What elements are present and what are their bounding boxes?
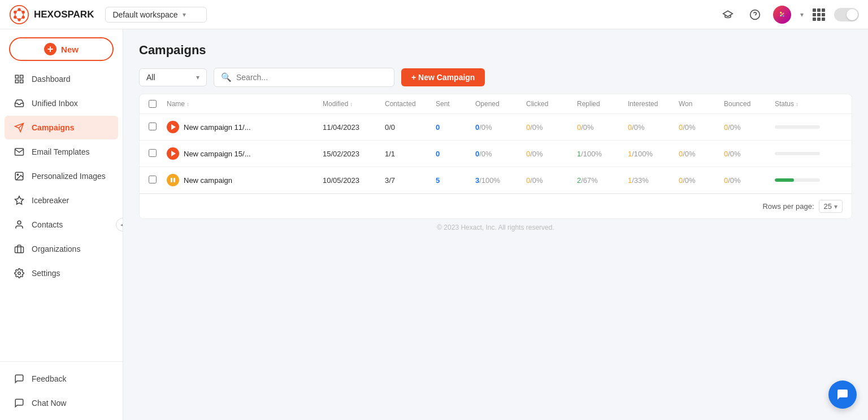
new-campaign-label: + New Campaign (411, 73, 475, 82)
top-navigation: HEXOSPARK Default workspace ▾ (0, 0, 868, 29)
campaign-name: New campaign (184, 176, 232, 185)
replied: 2/67% (577, 176, 628, 185)
sidebar-nav: Dashboard Unified Inbox Campaigns (0, 67, 123, 286)
modified-date: 15/02/2023 (323, 150, 385, 158)
settings-icon (14, 268, 25, 279)
sidebar-item-label: Organizations (32, 244, 80, 253)
sidebar-item-chat-now[interactable]: Chat Now (5, 391, 118, 415)
campaigns-icon (14, 122, 25, 133)
dashboard-icon (14, 73, 25, 85)
avatar[interactable] (773, 6, 791, 24)
table-row[interactable]: New campaign 11/... 11/04/2023 0/0 0 0/0… (140, 114, 852, 141)
sidebar-item-settings[interactable]: Settings (5, 261, 118, 285)
modified-date: 10/05/2023 (323, 176, 385, 185)
clicked: 0/0% (526, 176, 577, 185)
svg-point-17 (780, 15, 782, 16)
app-name: HEXOSPARK (34, 9, 94, 20)
search-input[interactable] (236, 73, 387, 82)
status-progress (775, 125, 843, 129)
svg-rect-20 (15, 75, 18, 78)
email-templates-icon (14, 146, 25, 158)
svg-point-25 (17, 174, 18, 175)
sidebar-item-label: Settings (32, 269, 60, 278)
header-bounced: Bounced (724, 100, 775, 108)
sidebar-item-label: Campaigns (32, 123, 74, 132)
row-checkbox[interactable] (149, 176, 157, 183)
sidebar-item-label: Unified Inbox (32, 99, 78, 108)
table-footer: Rows per page: 25 ▾ (140, 194, 852, 218)
filter-dropdown[interactable]: All ▾ (139, 68, 207, 86)
interested: 0/0% (628, 123, 679, 132)
sidebar-item-personalized-images[interactable]: Personalized Images (5, 164, 118, 188)
header-modified[interactable]: Modified ↕ (323, 100, 385, 108)
rows-per-page-label: Rows per page: (762, 202, 814, 211)
won: 0/0% (679, 150, 724, 158)
svg-point-18 (783, 15, 784, 16)
campaign-name: New campaign 11/... (184, 123, 251, 132)
table-row[interactable]: New campaign 15/... 15/02/2023 1/1 0 0/0… (140, 141, 852, 167)
table-header: Name ↕ Modified ↕ Contacted Sent Opened … (140, 94, 852, 114)
help-circle-icon[interactable] (746, 6, 764, 24)
campaign-name-col: New campaign 11/... (167, 121, 323, 133)
header-status[interactable]: Status ↕ (775, 100, 843, 108)
workspace-selector[interactable]: Default workspace ▾ (105, 7, 207, 23)
table-row[interactable]: New campaign 10/05/2023 3/7 5 3/100% 0/0… (140, 167, 852, 194)
svg-point-29 (18, 272, 21, 275)
sent: 0 (436, 150, 475, 158)
sidebar-item-organizations[interactable]: Organizations (5, 237, 118, 261)
campaign-name-col: New campaign (167, 174, 323, 186)
bounced: 0/0% (724, 150, 775, 158)
organizations-icon (14, 243, 25, 255)
toolbar: All ▾ 🔍 + New Campaign (139, 68, 852, 87)
sidebar-item-dashboard[interactable]: Dashboard (5, 67, 118, 91)
grid-apps-icon[interactable] (813, 8, 825, 21)
page-footer: © 2023 Hexact, Inc. All rights reserved. (139, 219, 852, 236)
pause-status-icon (167, 174, 179, 186)
chat-now-label: Chat Now (32, 399, 66, 408)
chat-now-float-button[interactable] (828, 380, 857, 409)
rows-per-page-selector[interactable]: 25 ▾ (819, 200, 843, 213)
graduation-cap-icon[interactable] (719, 6, 737, 24)
status-progress (775, 152, 843, 155)
select-all-checkbox[interactable] (149, 100, 157, 108)
search-icon: 🔍 (221, 72, 232, 82)
sort-icon: ↕ (350, 101, 353, 107)
rows-per-page-value: 25 (824, 202, 832, 211)
header-name[interactable]: Name ↕ (167, 100, 323, 108)
new-button[interactable]: + New (9, 37, 114, 61)
header-clicked: Clicked (526, 100, 577, 108)
header-contacted: Contacted (385, 100, 436, 108)
svg-point-15 (780, 11, 782, 13)
avatar-chevron-icon[interactable]: ▾ (800, 11, 804, 19)
row-checkbox[interactable] (149, 123, 157, 130)
main-content: Campaigns All ▾ 🔍 + New Campaign N (123, 29, 868, 420)
new-campaign-button[interactable]: + New Campaign (401, 68, 485, 86)
sidebar-item-contacts[interactable]: Contacts (5, 213, 118, 237)
sidebar-item-icebreaker[interactable]: Icebreaker (5, 189, 118, 212)
workspace-label: Default workspace (112, 10, 177, 19)
row-checkbox[interactable] (149, 149, 157, 157)
replied: 0/0% (577, 123, 628, 132)
svg-rect-22 (15, 80, 18, 83)
contacted: 0/0 (385, 123, 436, 132)
theme-toggle[interactable] (834, 8, 859, 21)
sidebar-item-email-templates[interactable]: Email Templates (5, 140, 118, 164)
header-interested: Interested (628, 100, 679, 108)
clicked: 0/0% (526, 123, 577, 132)
won: 0/0% (679, 176, 724, 185)
svg-rect-28 (15, 247, 24, 253)
sidebar-item-feedback[interactable]: Feedback (5, 367, 118, 391)
inbox-icon (14, 98, 25, 109)
chevron-down-icon: ▾ (183, 11, 186, 19)
svg-point-27 (18, 221, 21, 224)
sidebar-item-unified-inbox[interactable]: Unified Inbox (5, 91, 118, 115)
campaigns-table: Name ↕ Modified ↕ Contacted Sent Opened … (139, 94, 852, 219)
svg-point-19 (782, 13, 783, 15)
contacts-icon (14, 219, 25, 230)
campaign-name: New campaign 15/... (184, 150, 251, 158)
logo[interactable]: HEXOSPARK (9, 5, 94, 25)
filter-chevron-icon: ▾ (196, 73, 199, 81)
bounced: 0/0% (724, 123, 775, 132)
sidebar-item-campaigns[interactable]: Campaigns (5, 116, 118, 139)
svg-rect-21 (20, 75, 23, 78)
